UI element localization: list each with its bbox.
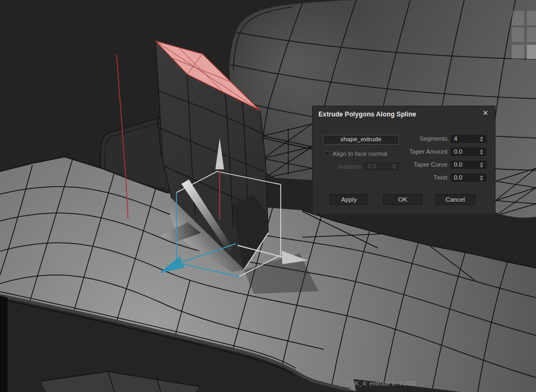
apply-button[interactable]: Apply bbox=[330, 194, 368, 205]
rotation-label: Rotation bbox=[323, 163, 361, 170]
taper-amount-label: Taper Amount bbox=[372, 148, 447, 155]
taper-amount-spinner[interactable] bbox=[480, 149, 484, 155]
close-icon[interactable]: ✕ bbox=[483, 109, 488, 117]
segments-label: Segments bbox=[372, 135, 447, 142]
segments-field[interactable]: 4 bbox=[451, 135, 486, 143]
twist-label: Twist bbox=[372, 174, 447, 181]
status-line: △CSK_4: extrude b: TODO bbox=[339, 380, 416, 387]
viewport[interactable]: △CSK_4: extrude b: TODO Extrude Polygons… bbox=[0, 0, 536, 392]
cancel-button[interactable]: Cancel bbox=[436, 194, 475, 205]
taper-curve-field[interactable]: 0.0 bbox=[451, 161, 486, 169]
status-text: CSK_4: extrude b: TODO bbox=[346, 380, 416, 387]
ok-button[interactable]: OK bbox=[383, 194, 422, 205]
twist-spinner[interactable] bbox=[480, 175, 484, 181]
align-checkbox[interactable] bbox=[324, 151, 329, 156]
dialog-title: Extrude Polygons Along Spline bbox=[318, 111, 416, 118]
extrude-dialog: Extrude Polygons Along Spline ✕ shape_ex… bbox=[312, 106, 496, 215]
taper-curve-label: Taper Curve bbox=[372, 161, 447, 168]
segments-spinner[interactable] bbox=[480, 136, 484, 142]
taper-amount-field[interactable]: 0.0 bbox=[451, 148, 486, 156]
taper-curve-spinner[interactable] bbox=[480, 162, 484, 168]
twist-field[interactable]: 0.0 bbox=[451, 174, 486, 182]
viewcube-grid[interactable] bbox=[512, 11, 536, 59]
warning-triangle-icon: △ bbox=[339, 380, 343, 387]
